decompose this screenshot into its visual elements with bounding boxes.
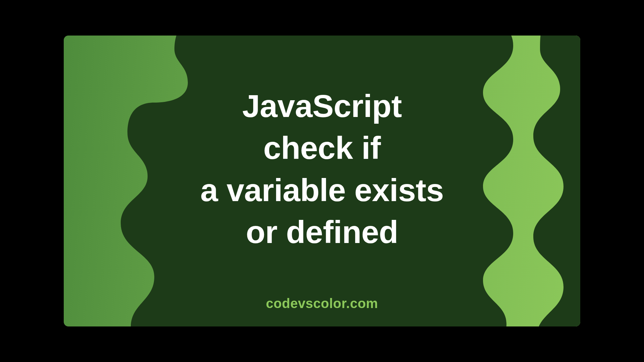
title-line-2: check if: [263, 130, 381, 166]
title-line-1: JavaScript: [242, 88, 402, 124]
attribution-text: codevscolor.com: [64, 296, 580, 311]
title-line-3: a variable exists: [200, 172, 444, 208]
title-line-4: or defined: [246, 214, 398, 250]
hero-card: JavaScript check if a variable exists or…: [64, 36, 580, 326]
hero-title: JavaScript check if a variable exists or…: [64, 85, 580, 253]
